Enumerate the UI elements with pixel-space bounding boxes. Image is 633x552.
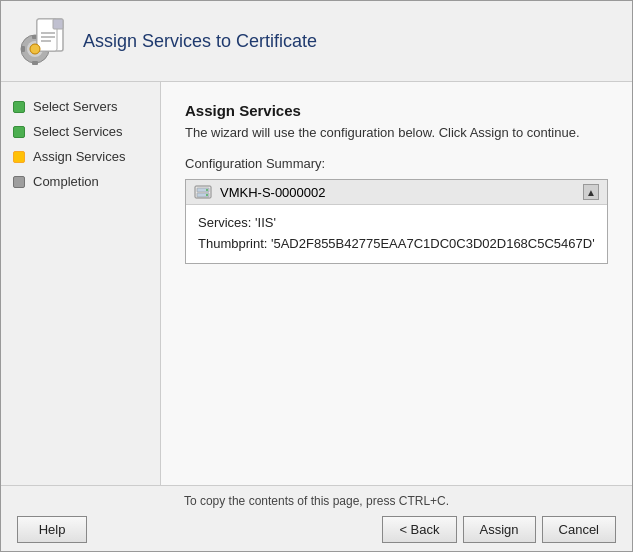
footer-hint: To copy the contents of this page, press… [17, 494, 616, 508]
status-dot-green [13, 126, 25, 138]
server-name: VMKH-S-0000002 [220, 185, 583, 200]
assign-button[interactable]: Assign [463, 516, 536, 543]
dialog-footer: To copy the contents of this page, press… [1, 485, 632, 551]
sidebar-item-assign-services[interactable]: Assign Services [1, 144, 160, 169]
page-title: Assign Services [185, 102, 608, 119]
sidebar-item-label: Assign Services [33, 149, 125, 164]
cancel-button[interactable]: Cancel [542, 516, 616, 543]
sidebar-item-label: Select Services [33, 124, 123, 139]
back-button[interactable]: < Back [382, 516, 456, 543]
svg-rect-8 [53, 19, 63, 29]
svg-rect-3 [32, 61, 38, 65]
dialog: Assign Services to Certificate Select Se… [0, 0, 633, 552]
dialog-body: Select Servers Select Services Assign Se… [1, 82, 632, 485]
help-button[interactable]: Help [17, 516, 87, 543]
wizard-icon [17, 15, 69, 67]
status-dot-green [13, 101, 25, 113]
config-details: Services: 'IIS' Thumbprint: '5AD2F855B42… [186, 205, 607, 263]
dialog-header: Assign Services to Certificate [1, 1, 632, 82]
config-summary-box: VMKH-S-0000002 ▲ Services: 'IIS' Thumbpr… [185, 179, 608, 264]
server-icon [194, 185, 212, 199]
server-row: VMKH-S-0000002 ▲ [186, 180, 607, 205]
svg-point-12 [30, 44, 40, 54]
sidebar-item-label: Select Servers [33, 99, 118, 114]
svg-point-17 [206, 194, 208, 196]
sidebar-item-completion[interactable]: Completion [1, 169, 160, 194]
sidebar-item-select-services[interactable]: Select Services [1, 119, 160, 144]
dialog-title: Assign Services to Certificate [83, 31, 317, 52]
svg-point-15 [206, 189, 208, 191]
config-summary-label: Configuration Summary: [185, 156, 608, 171]
collapse-button[interactable]: ▲ [583, 184, 599, 200]
thumbprint-line: Thumbprint: '5AD2F855B42775EAA7C1DC0C3D0… [198, 234, 595, 255]
svg-rect-4 [21, 46, 25, 52]
sidebar-item-select-servers[interactable]: Select Servers [1, 94, 160, 119]
sidebar: Select Servers Select Services Assign Se… [1, 82, 161, 485]
status-dot-gray [13, 176, 25, 188]
footer-buttons: Help < Back Assign Cancel [17, 516, 616, 543]
status-dot-yellow [13, 151, 25, 163]
main-content: Assign Services The wizard will use the … [161, 82, 632, 485]
sidebar-item-label: Completion [33, 174, 99, 189]
services-line: Services: 'IIS' [198, 213, 595, 234]
page-subtitle: The wizard will use the configuration be… [185, 125, 608, 140]
